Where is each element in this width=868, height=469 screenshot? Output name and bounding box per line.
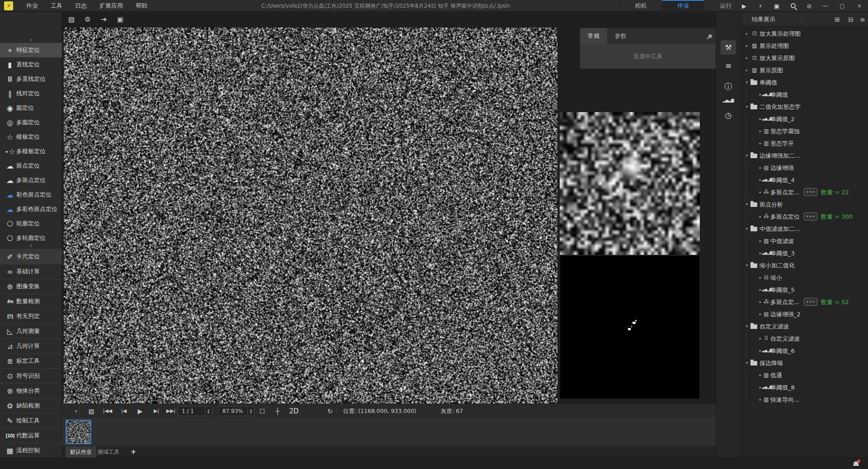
- result-item-shrink[interactable]: ▸⊟缩小: [741, 272, 868, 284]
- sidebar-item-contour-locate[interactable]: ⎔轮廓定位: [0, 216, 62, 231]
- sidebar-item-presence-check[interactable]: [?]有无判定: [0, 309, 62, 324]
- sidebar-item-feature-locate[interactable]: ⌖特征定位: [0, 43, 62, 57]
- expand-down-icon[interactable]: ▾: [744, 320, 750, 333]
- sidebar-item-circle-locate[interactable]: ◉圆定位: [0, 101, 62, 115]
- result-item-low-pass[interactable]: ▸▧低通: [741, 369, 868, 381]
- sidebar-item-multi-color-blob-locate[interactable]: ☁多彩色斑点定位: [0, 202, 62, 216]
- image-viewport[interactable]: [64, 28, 557, 403]
- result-item-custom-filter[interactable]: ▸⠿自定义滤波: [741, 333, 868, 345]
- result-item-multi-blob-locate-b[interactable]: ▸⁂多斑点定位•••数量 = 300: [741, 211, 868, 223]
- expand-right-icon[interactable]: ▸: [744, 28, 750, 40]
- sidebar-item-symbol-recognition[interactable]: ⊙符号识别: [0, 368, 62, 383]
- settings-icon[interactable]: ⚙: [82, 14, 93, 25]
- result-item-multi-blob-locate-c[interactable]: ▸⁂多斑点定...•••数量 = 52: [741, 296, 868, 308]
- refresh-icon[interactable]: ↻: [323, 404, 337, 418]
- expand-down-icon[interactable]: ▾: [744, 357, 750, 369]
- menu-help[interactable]: 帮助: [129, 0, 154, 12]
- collapse-viewer-icon[interactable]: »: [69, 404, 83, 418]
- result-item-group-single-threshold[interactable]: ▾单阈值: [741, 76, 868, 89]
- sidebar-item-geometry-calc[interactable]: ⊿几何计算: [0, 338, 62, 353]
- disable-tool-icon[interactable]: ⊘: [801, 3, 817, 9]
- expand-down-icon[interactable]: ▾: [744, 101, 750, 113]
- sidebar-item-line-pair-locate[interactable]: ∥线对定位: [0, 86, 62, 101]
- result-item-display-original[interactable]: ▸▨展示原图: [741, 64, 868, 76]
- sidebar-item-blob-locate[interactable]: ☁斑点定位: [0, 159, 62, 173]
- next-frame-icon[interactable]: ▶|: [150, 404, 163, 418]
- params-tab-parameters[interactable]: 参数: [607, 28, 634, 44]
- sidebar-item-multi-circle-locate[interactable]: ◎多圆定位: [0, 115, 62, 130]
- more-button[interactable]: •••: [804, 188, 817, 196]
- panel-drag-handle[interactable]: ⋮: [743, 16, 748, 21]
- zoom-spinner[interactable]: 87.93% ▲▼: [218, 406, 255, 416]
- prev-frame-icon[interactable]: |◀: [117, 404, 131, 418]
- sidebar-item-caliper-locate[interactable]: ✐卡尺定位: [0, 249, 62, 264]
- result-item-single-threshold-8[interactable]: ▸▃▅▂▇单阈值_8: [741, 381, 868, 394]
- sidebar-item-defect-detect[interactable]: ⚙缺陷检测: [0, 398, 62, 413]
- global-search-icon[interactable]: [785, 3, 801, 9]
- result-item-single-threshold-3[interactable]: ▸▃▅▂▇单阈值_3: [741, 247, 868, 259]
- sidebar-item-flow-control[interactable]: ▦流程控制: [0, 443, 62, 458]
- add-group-icon[interactable]: ⊞: [831, 12, 843, 27]
- result-item-edge-enhance[interactable]: ▸▤边缘增强: [741, 162, 868, 174]
- play-icon[interactable]: ▶: [133, 404, 147, 418]
- fit-view-icon[interactable]: ☐: [255, 404, 269, 418]
- collapse-all-icon[interactable]: ⊟: [845, 12, 857, 27]
- image-list-icon[interactable]: ▨: [85, 404, 98, 418]
- menu-job[interactable]: 作业: [20, 0, 44, 12]
- result-item-multi-blob-locate-a[interactable]: ▸⁂多斑点定...•••数量 = 22: [741, 186, 868, 198]
- sidebar-item-line-locate[interactable]: ▮直线定位: [0, 57, 62, 72]
- spinner-arrows-icon[interactable]: ▲▼: [205, 407, 212, 416]
- sidebar-item-multi-contour-locate[interactable]: ⎔多轮廓定位: [0, 231, 62, 243]
- result-item-group-edge-enhance-binarize[interactable]: ▾边缘增强加二...: [741, 150, 868, 162]
- result-item-fast-guided[interactable]: ▸▧快速导向...: [741, 394, 868, 406]
- first-frame-icon[interactable]: |◀◀: [101, 404, 114, 418]
- run-icon[interactable]: ▶: [736, 3, 752, 9]
- expand-right-icon[interactable]: ▸: [744, 40, 750, 52]
- viewtab-job[interactable]: 作业: [662, 0, 704, 12]
- result-item-morphology-open[interactable]: ▸▥形态学开: [741, 137, 868, 150]
- jobtab-freq-domain-tools[interactable]: 频域工具: [93, 446, 124, 458]
- sidebar-item-count-detect[interactable]: #n数量检测: [0, 294, 62, 309]
- expand-down-icon[interactable]: ▾: [744, 150, 750, 162]
- sidebar-item-object-classify[interactable]: ⊛物体分类: [0, 383, 62, 398]
- viewtab-camera[interactable]: 相机: [619, 0, 662, 12]
- menu-tools[interactable]: 工具: [44, 0, 69, 12]
- result-item-group-binarize-morphology[interactable]: ▾二值化加形态学: [741, 101, 868, 113]
- minimize-button[interactable]: —: [816, 0, 834, 12]
- expand-right-icon[interactable]: ▸: [744, 64, 750, 76]
- sidebar-item-multi-blob-locate[interactable]: ☁多斑点定位: [0, 173, 62, 188]
- sidebar-item-algebra-operation[interactable]: [10]代数运算: [0, 428, 62, 443]
- expand-down-icon[interactable]: ▾: [744, 76, 750, 89]
- result-item-morphology-erode[interactable]: ▸▥形态学腐蚀: [741, 125, 868, 137]
- close-button[interactable]: ×: [851, 0, 868, 12]
- pin-icon[interactable]: [707, 33, 713, 39]
- info-icon[interactable]: ⓘ: [721, 79, 736, 94]
- scroll-down-icon[interactable]: ∨: [0, 244, 62, 248]
- expand-down-icon[interactable]: ▾: [744, 198, 750, 211]
- sidebar-item-geometry-measure[interactable]: ◺几何测量: [0, 324, 62, 338]
- scroll-up-icon[interactable]: ∧: [0, 38, 62, 42]
- result-item-group-blob-analysis[interactable]: ▾斑点分析: [741, 198, 868, 211]
- menu-extensions[interactable]: 扩展应用: [93, 0, 129, 12]
- sidebar-item-drawing-tools[interactable]: ✎绘制工具: [0, 413, 62, 428]
- tool-config-icon[interactable]: ⚒: [721, 40, 736, 55]
- more-button[interactable]: •••: [804, 212, 817, 220]
- result-item-group-shrink-binarize[interactable]: ▾缩小加二值化: [741, 259, 868, 272]
- sidebar-item-template-locate[interactable]: ☆模板定位: [0, 130, 62, 144]
- sidebar-item-color-blob-locate[interactable]: ☁彩色斑点定位: [0, 188, 62, 202]
- sidebar-item-multi-line-locate[interactable]: Ⅲ多直线定位: [0, 72, 62, 86]
- restore-button[interactable]: ▢: [834, 0, 851, 12]
- last-frame-icon[interactable]: ▶▶|: [164, 404, 178, 418]
- result-item-single-threshold-5[interactable]: ▸▃▅▂▇单阈值_5: [741, 284, 868, 296]
- panel-menu-icon[interactable]: ≡: [857, 12, 868, 27]
- performance-icon[interactable]: ◷: [721, 108, 736, 122]
- histogram-icon[interactable]: ▂▅▃▇: [721, 94, 736, 108]
- sidebar-item-image-transform[interactable]: ⊚图像变换: [0, 279, 62, 294]
- expand-down-icon[interactable]: ▾: [744, 223, 750, 235]
- result-item-single-threshold-4[interactable]: ▸▃▅▂▇单阈值_4: [741, 174, 868, 186]
- locate-center-icon[interactable]: ┼: [271, 404, 284, 418]
- params-tune-icon[interactable]: ≡: [721, 58, 736, 73]
- result-item-group-median-filter-binarize[interactable]: ▾中值滤波加二...: [741, 223, 868, 235]
- result-item-zoom-display-processed[interactable]: ▸⊡放大展示处理图: [741, 28, 868, 40]
- result-item-display-processed[interactable]: ▸▨展示处理图: [741, 40, 868, 52]
